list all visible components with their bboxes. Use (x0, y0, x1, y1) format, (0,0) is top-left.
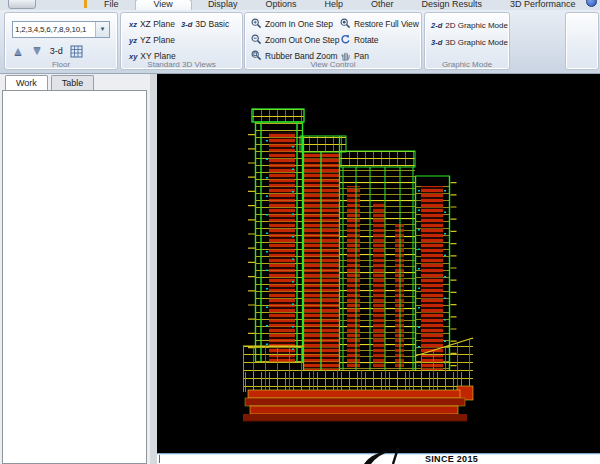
floor-buttons: ▲ ▼ 3-d (12, 40, 83, 62)
ribbon-group-graphic-mode: 2-d 2D Graphic Mode 3-d 3D Graphic Mode … (424, 12, 510, 70)
sidebar: Work Table (0, 74, 150, 464)
sidebar-tab-table[interactable]: Table (51, 75, 95, 90)
floor-up-button[interactable]: ▲ (12, 44, 24, 58)
floor-select-value: 1,2,3,4,5,6,7,8,9,10,1 (13, 22, 95, 37)
panel-splitter[interactable] (150, 74, 157, 464)
2d-icon: 2-d (431, 21, 442, 30)
brand-logo-swoosh (362, 448, 420, 464)
app-menu-icon[interactable] (8, 0, 36, 9)
toolbar-accent-marker (84, 0, 87, 8)
ribbon-group-view-control: Zoom In One Step Zoom Out One Step Rubbe… (244, 12, 422, 70)
3d-basic-button[interactable]: 3-d 3D Basic (181, 19, 229, 29)
3d-icon: 3-d (181, 20, 192, 29)
zoom-out-icon (251, 34, 262, 45)
status-strip: SINCE 2015 (157, 453, 600, 464)
ribbon-group-empty (565, 12, 599, 70)
yz-plane-button[interactable]: yz YZ Plane (129, 35, 175, 45)
group-label-floor: Floor (5, 60, 117, 69)
restore-full-view-icon (340, 18, 351, 29)
yz-icon: yz (129, 36, 137, 45)
ribbon-group-standard-views: xz XZ Plane yz YZ Plane xy XY Plane 3-d … (120, 12, 243, 70)
sidebar-tab-work[interactable]: Work (5, 75, 48, 90)
tab-view[interactable]: View (135, 0, 192, 10)
tab-help[interactable]: Help (312, 0, 355, 10)
since-watermark: SINCE 2015 (425, 454, 478, 464)
sidebar-tabs: Work Table (5, 75, 97, 90)
floor-down-button[interactable]: ▼ (31, 44, 43, 58)
zoom-out-button[interactable]: Zoom Out One Step (251, 34, 339, 45)
floor-select-combobox[interactable]: 1,2,3,4,5,6,7,8,9,10,1 ▾ (12, 21, 110, 38)
help-icon[interactable] (586, 0, 597, 7)
ribbon-group-floor: 1,2,3,4,5,6,7,8,9,10,1 ▾ ▲ ▼ 3-d Floor (4, 12, 118, 70)
group-label-standard-views: Standard 3D Views (121, 60, 242, 69)
tab-3d-performance[interactable]: 3D Performance (498, 0, 588, 10)
group-label-view-control: View Control (245, 60, 421, 69)
status-tick (159, 455, 160, 463)
group-label-graphic-mode: Graphic Mode (425, 60, 509, 69)
floor-table-icon[interactable] (70, 45, 83, 58)
zoom-in-icon (251, 18, 262, 29)
chevron-down-icon[interactable]: ▾ (95, 22, 109, 37)
tab-display[interactable]: Display (196, 0, 250, 10)
menu-tabs: File View Display Options Help Other Des… (92, 0, 588, 10)
tab-other[interactable]: Other (359, 0, 406, 10)
tab-design-results[interactable]: Design Results (409, 0, 494, 10)
work-tree-panel[interactable] (2, 90, 147, 464)
2d-graphic-mode-button[interactable]: 2-d 2D Graphic Mode (431, 21, 508, 30)
xz-icon: xz (129, 20, 137, 29)
zoom-in-button[interactable]: Zoom In One Step (251, 18, 333, 29)
xz-plane-button[interactable]: xz XZ Plane (129, 19, 175, 29)
building-wireframe-model (157, 74, 600, 454)
tab-options[interactable]: Options (253, 0, 308, 10)
rotate-icon (340, 34, 351, 45)
ribbon: 1,2,3,4,5,6,7,8,9,10,1 ▾ ▲ ▼ 3-d Floor x… (0, 10, 600, 74)
3d-graphic-mode-button[interactable]: 3-d 3D Graphic Mode (431, 38, 508, 47)
rotate-button[interactable]: Rotate (340, 34, 378, 45)
restore-full-view-button[interactable]: Restore Full View (340, 18, 419, 29)
model-viewport-canvas[interactable] (157, 74, 600, 453)
tab-file[interactable]: File (92, 0, 131, 10)
floor-3d-button[interactable]: 3-d (50, 46, 63, 56)
3d-icon: 3-d (431, 38, 442, 47)
